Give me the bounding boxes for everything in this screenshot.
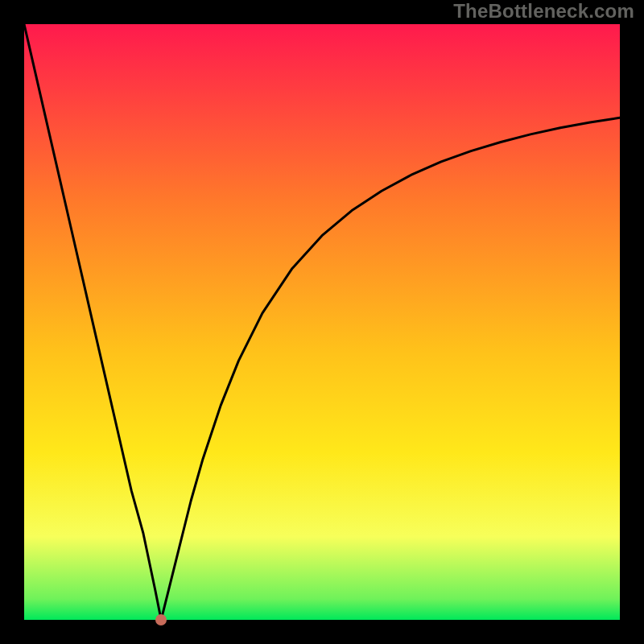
plot-background — [24, 24, 620, 620]
chart-frame: TheBottleneck.com — [0, 0, 644, 644]
bottleneck-plot — [24, 24, 620, 620]
watermark-label: TheBottleneck.com — [453, 0, 634, 23]
minimum-marker — [155, 614, 167, 625]
